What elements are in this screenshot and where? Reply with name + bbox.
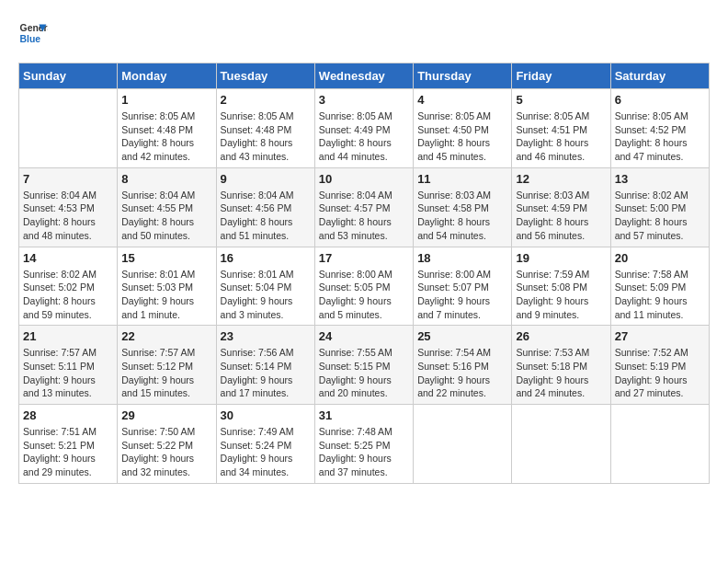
calendar-cell: 30Sunrise: 7:49 AMSunset: 5:24 PMDayligh… <box>216 405 314 484</box>
day-info: Sunrise: 7:55 AMSunset: 5:15 PMDaylight:… <box>319 346 409 400</box>
calendar-cell <box>610 405 709 484</box>
day-info: Sunrise: 8:05 AMSunset: 4:48 PMDaylight:… <box>221 109 311 164</box>
calendar-cell: 22Sunrise: 7:57 AMSunset: 5:12 PMDayligh… <box>118 326 216 405</box>
calendar-cell: 2Sunrise: 8:05 AMSunset: 4:48 PMDaylight… <box>216 89 314 168</box>
day-info: Sunrise: 7:58 AMSunset: 5:09 PMDaylight:… <box>615 268 705 322</box>
calendar-cell: 23Sunrise: 7:56 AMSunset: 5:14 PMDayligh… <box>216 326 314 405</box>
day-info: Sunrise: 7:59 AMSunset: 5:08 PMDaylight:… <box>516 268 606 322</box>
day-info: Sunrise: 8:04 AMSunset: 4:56 PMDaylight:… <box>221 189 311 243</box>
day-info: Sunrise: 7:51 AMSunset: 5:21 PMDaylight:… <box>23 425 113 479</box>
day-info: Sunrise: 8:02 AMSunset: 5:00 PMDaylight:… <box>615 189 705 243</box>
day-number: 30 <box>221 408 311 422</box>
day-number: 10 <box>319 172 409 186</box>
day-info: Sunrise: 7:56 AMSunset: 5:14 PMDaylight:… <box>221 346 311 400</box>
day-info: Sunrise: 7:52 AMSunset: 5:19 PMDaylight:… <box>615 346 705 400</box>
calendar-cell: 26Sunrise: 7:53 AMSunset: 5:18 PMDayligh… <box>512 326 610 405</box>
day-number: 25 <box>417 329 507 343</box>
day-number: 19 <box>516 251 606 265</box>
header-day-monday: Monday <box>118 63 216 89</box>
calendar-cell: 14Sunrise: 8:02 AMSunset: 5:02 PMDayligh… <box>19 247 118 326</box>
calendar-cell: 10Sunrise: 8:04 AMSunset: 4:57 PMDayligh… <box>314 167 413 247</box>
calendar-cell: 6Sunrise: 8:05 AMSunset: 4:52 PMDaylight… <box>610 89 709 168</box>
calendar-cell: 7Sunrise: 8:04 AMSunset: 4:53 PMDaylight… <box>19 167 118 247</box>
calendar-cell: 9Sunrise: 8:04 AMSunset: 4:56 PMDaylight… <box>216 167 314 247</box>
header-row: SundayMondayTuesdayWednesdayThursdayFrid… <box>19 63 710 89</box>
calendar-cell <box>414 405 512 484</box>
day-number: 12 <box>516 172 606 186</box>
day-number: 8 <box>121 172 211 186</box>
calendar-cell: 28Sunrise: 7:51 AMSunset: 5:21 PMDayligh… <box>19 405 118 484</box>
day-info: Sunrise: 8:03 AMSunset: 4:58 PMDaylight:… <box>417 189 507 243</box>
day-info: Sunrise: 8:00 AMSunset: 5:05 PMDaylight:… <box>319 268 409 322</box>
calendar-cell: 24Sunrise: 7:55 AMSunset: 5:15 PMDayligh… <box>314 326 413 405</box>
day-number: 29 <box>121 408 211 422</box>
logo: General Blue <box>18 18 48 48</box>
day-number: 1 <box>121 93 211 107</box>
calendar-cell: 15Sunrise: 8:01 AMSunset: 5:03 PMDayligh… <box>118 247 216 326</box>
day-info: Sunrise: 7:53 AMSunset: 5:18 PMDaylight:… <box>516 346 606 400</box>
header-day-friday: Friday <box>512 63 610 89</box>
calendar-week-1: 1Sunrise: 8:05 AMSunset: 4:48 PMDaylight… <box>19 89 710 168</box>
header-day-tuesday: Tuesday <box>216 63 314 89</box>
calendar-cell: 18Sunrise: 8:00 AMSunset: 5:07 PMDayligh… <box>414 247 512 326</box>
calendar-week-5: 28Sunrise: 7:51 AMSunset: 5:21 PMDayligh… <box>19 405 710 484</box>
header-day-saturday: Saturday <box>610 63 709 89</box>
day-info: Sunrise: 7:49 AMSunset: 5:24 PMDaylight:… <box>221 425 311 479</box>
day-number: 5 <box>516 93 606 107</box>
day-number: 23 <box>221 329 311 343</box>
day-info: Sunrise: 8:01 AMSunset: 5:04 PMDaylight:… <box>221 268 311 322</box>
day-number: 20 <box>615 251 705 265</box>
calendar-cell: 4Sunrise: 8:05 AMSunset: 4:50 PMDaylight… <box>414 89 512 168</box>
day-info: Sunrise: 7:57 AMSunset: 5:11 PMDaylight:… <box>23 346 113 400</box>
calendar-cell: 20Sunrise: 7:58 AMSunset: 5:09 PMDayligh… <box>610 247 709 326</box>
day-number: 16 <box>221 251 311 265</box>
day-info: Sunrise: 7:48 AMSunset: 5:25 PMDaylight:… <box>319 425 409 479</box>
calendar-cell: 27Sunrise: 7:52 AMSunset: 5:19 PMDayligh… <box>610 326 709 405</box>
day-info: Sunrise: 7:50 AMSunset: 5:22 PMDaylight:… <box>121 425 211 479</box>
calendar-week-3: 14Sunrise: 8:02 AMSunset: 5:02 PMDayligh… <box>19 247 710 326</box>
day-number: 4 <box>417 93 507 107</box>
calendar-cell: 8Sunrise: 8:04 AMSunset: 4:55 PMDaylight… <box>118 167 216 247</box>
day-number: 27 <box>615 329 705 343</box>
day-number: 2 <box>221 93 311 107</box>
calendar-week-4: 21Sunrise: 7:57 AMSunset: 5:11 PMDayligh… <box>19 326 710 405</box>
calendar-cell: 29Sunrise: 7:50 AMSunset: 5:22 PMDayligh… <box>118 405 216 484</box>
day-number: 15 <box>121 251 211 265</box>
day-info: Sunrise: 8:05 AMSunset: 4:50 PMDaylight:… <box>417 109 507 164</box>
day-number: 18 <box>417 251 507 265</box>
day-info: Sunrise: 8:00 AMSunset: 5:07 PMDaylight:… <box>417 268 507 322</box>
calendar-cell: 5Sunrise: 8:05 AMSunset: 4:51 PMDaylight… <box>512 89 610 168</box>
calendar-cell <box>19 89 118 168</box>
day-number: 21 <box>23 329 113 343</box>
day-number: 11 <box>417 172 507 186</box>
day-number: 17 <box>319 251 409 265</box>
day-number: 6 <box>615 93 705 107</box>
calendar-cell: 21Sunrise: 7:57 AMSunset: 5:11 PMDayligh… <box>19 326 118 405</box>
day-info: Sunrise: 7:54 AMSunset: 5:16 PMDaylight:… <box>417 346 507 400</box>
calendar-cell: 25Sunrise: 7:54 AMSunset: 5:16 PMDayligh… <box>414 326 512 405</box>
calendar-cell: 17Sunrise: 8:00 AMSunset: 5:05 PMDayligh… <box>314 247 413 326</box>
day-number: 22 <box>121 329 211 343</box>
day-number: 14 <box>23 251 113 265</box>
calendar-cell: 31Sunrise: 7:48 AMSunset: 5:25 PMDayligh… <box>314 405 413 484</box>
header-day-thursday: Thursday <box>414 63 512 89</box>
calendar-cell: 12Sunrise: 8:03 AMSunset: 4:59 PMDayligh… <box>512 167 610 247</box>
calendar-cell: 16Sunrise: 8:01 AMSunset: 5:04 PMDayligh… <box>216 247 314 326</box>
day-number: 3 <box>319 93 409 107</box>
day-number: 28 <box>23 408 113 422</box>
day-number: 7 <box>23 172 113 186</box>
day-info: Sunrise: 8:02 AMSunset: 5:02 PMDaylight:… <box>23 268 113 322</box>
calendar-table: SundayMondayTuesdayWednesdayThursdayFrid… <box>18 63 710 484</box>
calendar-cell: 19Sunrise: 7:59 AMSunset: 5:08 PMDayligh… <box>512 247 610 326</box>
calendar-week-2: 7Sunrise: 8:04 AMSunset: 4:53 PMDaylight… <box>19 167 710 247</box>
logo-icon: General Blue <box>18 18 48 48</box>
day-number: 9 <box>221 172 311 186</box>
day-info: Sunrise: 8:04 AMSunset: 4:57 PMDaylight:… <box>319 189 409 243</box>
day-info: Sunrise: 8:01 AMSunset: 5:03 PMDaylight:… <box>121 268 211 322</box>
day-info: Sunrise: 7:57 AMSunset: 5:12 PMDaylight:… <box>121 346 211 400</box>
day-number: 31 <box>319 408 409 422</box>
header-day-wednesday: Wednesday <box>314 63 413 89</box>
calendar-cell: 3Sunrise: 8:05 AMSunset: 4:49 PMDaylight… <box>314 89 413 168</box>
day-info: Sunrise: 8:05 AMSunset: 4:48 PMDaylight:… <box>121 109 211 164</box>
day-number: 24 <box>319 329 409 343</box>
